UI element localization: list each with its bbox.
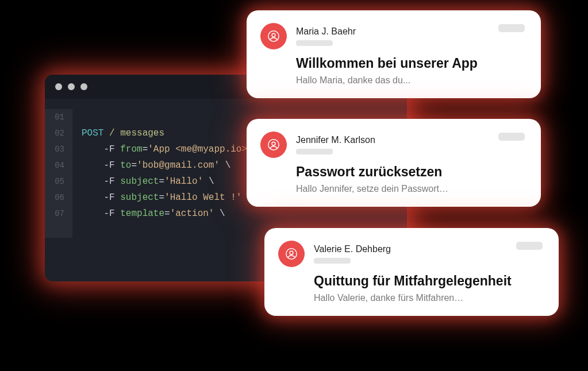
param-key: subject (120, 176, 159, 187)
timestamp-placeholder (498, 133, 525, 141)
timestamp-placeholder (498, 24, 525, 32)
line-number: 06 (45, 190, 69, 206)
param-value: 'Hallo' (164, 176, 203, 187)
param-key: to (120, 160, 131, 171)
svg-point-2 (268, 140, 279, 150)
svg-point-4 (286, 249, 297, 259)
svg-point-5 (290, 251, 293, 254)
line-number: 02 (45, 125, 69, 141)
param-value: 'bob@gmail.com' (137, 160, 220, 171)
flag: -F (103, 176, 114, 187)
param-value: 'App <me@myapp.io>' (148, 144, 252, 154)
sender-block: Maria J. Baehr (296, 26, 489, 46)
line-number: 01 (45, 109, 69, 125)
message-subject: Quittung für Mitfahrgelegenheit (314, 273, 543, 289)
param-value: 'action' (170, 208, 214, 219)
code-content: POST / messages -F from='App <me@myapp.i… (72, 109, 264, 238)
sender-block: Valerie E. Dehberg (314, 244, 507, 264)
line-gutter: 01 02 03 04 05 06 07 (45, 109, 72, 238)
card-body: Quittung für Mitfahrgelegenheit Hallo Va… (314, 273, 543, 303)
line-continuation: \ (225, 160, 231, 171)
card-body: Willkommen bei unserer App Hallo Maria, … (296, 55, 525, 86)
meta-placeholder (296, 149, 333, 154)
avatar (278, 241, 305, 267)
flag: -F (103, 144, 114, 154)
message-preview: Hallo Jennifer, setze dein Passwort… (296, 184, 525, 194)
code-line: -F template='action' \ (82, 208, 225, 219)
line-number: 04 (45, 157, 69, 173)
http-path: / messages (109, 128, 164, 138)
card-header: Valerie E. Dehberg (278, 241, 543, 267)
meta-placeholder (314, 258, 351, 264)
message-subject: Willkommen bei unserer App (296, 55, 525, 72)
param-key: subject (120, 192, 159, 203)
meta-placeholder (296, 40, 333, 46)
line-number: 03 (45, 141, 69, 157)
window-dot-close[interactable] (55, 83, 62, 90)
message-card[interactable]: Valerie E. Dehberg Quittung für Mitfahrg… (264, 228, 559, 316)
timestamp-placeholder (516, 242, 543, 250)
param-value: 'Hallo Welt !' (164, 192, 241, 203)
svg-point-0 (268, 31, 279, 41)
http-method: POST (82, 128, 103, 138)
avatar (260, 132, 287, 158)
flag: -F (103, 160, 114, 171)
card-body: Passwort zurücksetzen Hallo Jennifer, se… (296, 164, 525, 194)
flag: -F (103, 208, 114, 219)
code-line: -F subject='Hallo Welt !' \ (82, 192, 253, 203)
line-continuation: \ (209, 176, 214, 187)
user-icon (285, 248, 298, 260)
svg-point-1 (272, 33, 275, 37)
message-preview: Hallo Maria, danke das du... (296, 75, 525, 86)
code-line: -F from='App <me@myapp.io>' \ (82, 144, 264, 154)
card-header: Jennifer M. Karlson (260, 132, 525, 158)
sender-name: Jennifer M. Karlson (296, 135, 489, 145)
line-number: 07 (45, 206, 69, 222)
window-dot-minimize[interactable] (68, 83, 75, 90)
window-dot-maximize[interactable] (80, 83, 87, 90)
sender-name: Valerie E. Dehberg (314, 244, 507, 254)
code-line: -F subject='Hallo' \ (82, 176, 214, 187)
param-key: from (120, 144, 142, 154)
line-number: 05 (45, 173, 69, 190)
param-key: template (120, 208, 164, 219)
user-icon (267, 30, 280, 42)
message-card[interactable]: Maria J. Baehr Willkommen bei unserer Ap… (247, 10, 541, 98)
avatar (260, 23, 287, 49)
svg-point-3 (272, 142, 275, 145)
code-line: -F to='bob@gmail.com' \ (82, 160, 230, 171)
line-continuation: \ (220, 208, 225, 219)
code-line: POST / messages (82, 128, 164, 138)
card-header: Maria J. Baehr (260, 23, 525, 49)
sender-name: Maria J. Baehr (296, 26, 489, 37)
sender-block: Jennifer M. Karlson (296, 135, 489, 154)
message-preview: Hallo Valerie, danke fürs Mitfahren… (314, 293, 543, 303)
flag: -F (103, 192, 114, 203)
user-icon (267, 138, 280, 151)
message-card[interactable]: Jennifer M. Karlson Passwort zurücksetze… (247, 119, 541, 207)
message-subject: Passwort zurücksetzen (296, 164, 525, 180)
